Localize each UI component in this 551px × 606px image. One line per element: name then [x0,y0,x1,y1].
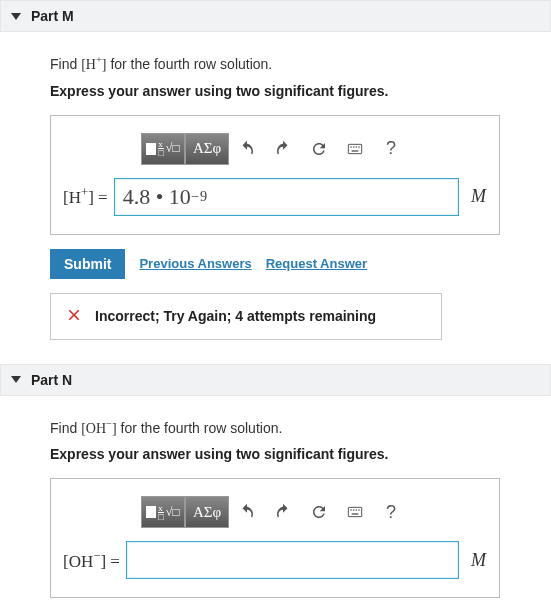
svg-rect-6 [348,508,361,517]
part-m-input-row: [H+] = 4.8 • 10−9 M [63,178,487,216]
redo-button[interactable] [265,496,301,528]
part-n-toolbar: x□ √□ ΑΣφ ? [63,495,487,529]
incorrect-icon [65,306,83,327]
collapse-icon [11,376,21,383]
part-n-body: Find [OH−] for the fourth row solution. … [0,396,551,606]
part-m-header[interactable]: Part M [0,0,551,32]
feedback-message: Incorrect; Try Again; 4 attempts remaini… [95,308,376,324]
part-n-unit: M [465,550,487,571]
reset-button[interactable] [301,496,337,528]
svg-rect-0 [348,144,361,153]
undo-button[interactable] [229,133,265,165]
redo-button[interactable] [265,133,301,165]
prompt-prefix: Find [50,419,81,435]
keyboard-button[interactable] [337,496,373,528]
previous-answers-link[interactable]: Previous Answers [139,256,251,271]
part-n-lhs: [OH−] = [63,549,120,572]
part-m-actions: Submit Previous Answers Request Answer [50,249,537,279]
part-m-prompt: Find [H+] for the fourth row solution. [50,54,537,73]
help-button[interactable]: ? [373,133,409,165]
svg-rect-9 [356,510,357,511]
reset-button[interactable] [301,133,337,165]
part-n-header[interactable]: Part N [0,364,551,396]
part-n-instruction: Express your answer using two significan… [50,446,537,462]
part-m-body: Find [H+] for the fourth row solution. E… [0,32,551,354]
templates-button[interactable]: x□ √□ [141,133,185,165]
part-m-answer-box: x□ √□ ΑΣφ ? [H+] = 4.8 • 10−9 M [50,115,500,235]
part-m-feedback: Incorrect; Try Again; 4 attempts remaini… [50,293,442,340]
submit-button[interactable]: Submit [50,249,125,279]
part-n-answer-input[interactable] [126,541,459,579]
greek-button[interactable]: ΑΣφ [185,133,229,165]
prompt-suffix: for the fourth row solution. [117,419,283,435]
part-m-answer-input[interactable]: 4.8 • 10−9 [114,178,459,216]
part-m-instruction: Express your answer using two significan… [50,83,537,99]
keyboard-button[interactable] [337,133,373,165]
svg-rect-4 [358,146,359,147]
value-exponent: −9 [191,188,208,205]
svg-rect-1 [350,146,351,147]
prompt-symbol-open: [H [81,57,96,72]
greek-button[interactable]: ΑΣφ [185,496,229,528]
prompt-prefix: Find [50,56,81,72]
value-mantissa: 4.8 • 10 [123,184,191,210]
svg-rect-11 [352,514,359,515]
svg-rect-7 [350,510,351,511]
part-m-title: Part M [31,8,74,24]
collapse-icon [11,13,21,20]
svg-rect-8 [353,510,354,511]
help-button[interactable]: ? [373,496,409,528]
part-n-input-row: [OH−] = M [63,541,487,579]
part-n-answer-box: x□ √□ ΑΣφ ? [OH−] = M [50,478,500,598]
part-m-unit: M [465,186,487,207]
templates-button[interactable]: x□ √□ [141,496,185,528]
part-m-toolbar: x□ √□ ΑΣφ ? [63,132,487,166]
part-n-prompt: Find [OH−] for the fourth row solution. [50,418,537,437]
undo-button[interactable] [229,496,265,528]
prompt-suffix: for the fourth row solution. [107,56,273,72]
request-answer-link[interactable]: Request Answer [266,256,367,271]
svg-rect-10 [358,510,359,511]
svg-rect-5 [352,150,359,151]
svg-rect-2 [353,146,354,147]
svg-rect-3 [356,146,357,147]
part-m-lhs: [H+] = [63,185,108,208]
prompt-symbol-open: [OH [81,420,106,435]
part-n-title: Part N [31,372,72,388]
